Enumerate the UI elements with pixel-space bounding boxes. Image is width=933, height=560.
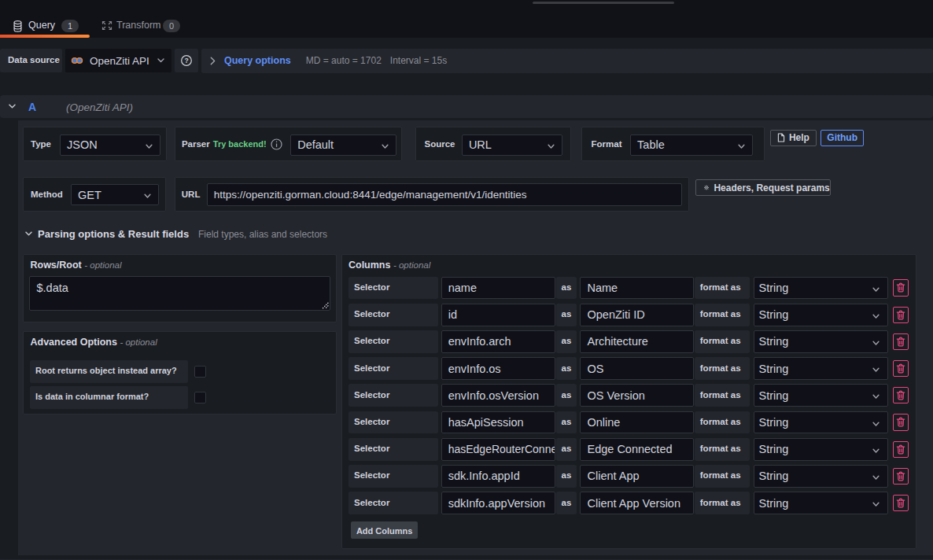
svg-text:?: ? (184, 57, 188, 64)
